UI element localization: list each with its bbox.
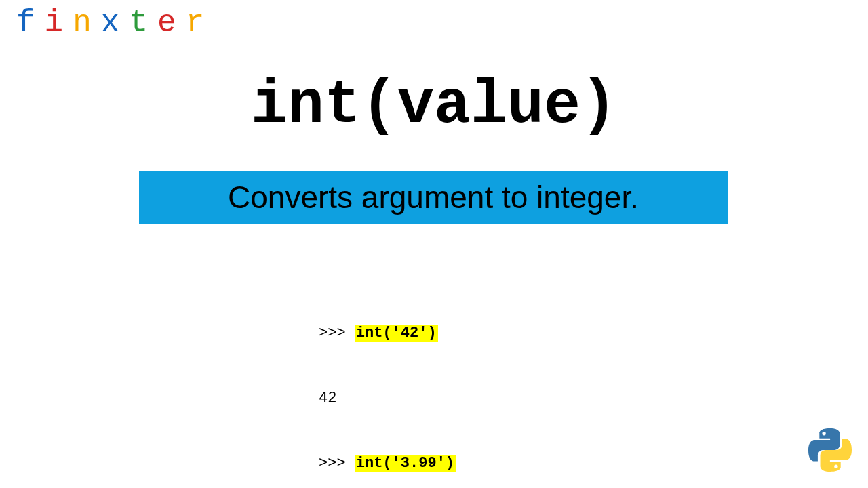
code-call: int('42') xyxy=(355,325,438,342)
description-bar: Converts argument to integer. xyxy=(139,171,728,224)
logo-letter: t xyxy=(129,5,157,41)
code-call: int('3.99') xyxy=(355,455,456,472)
logo-letter: x xyxy=(101,5,130,41)
page-title: int(value) xyxy=(0,71,868,140)
prompt: >>> xyxy=(319,325,355,342)
logo-letter: e xyxy=(157,5,186,41)
description-text: Converts argument to integer. xyxy=(228,179,639,216)
logo-letter: r xyxy=(186,5,214,41)
code-line: >>> int('42') xyxy=(319,323,518,344)
logo-letter: f xyxy=(16,5,45,41)
logo-letter: n xyxy=(73,5,101,41)
code-example: >>> int('42') 42 >>> int('3.99') 3 >>> i… xyxy=(319,279,518,488)
prompt: >>> xyxy=(319,455,355,472)
finxter-logo: finxter xyxy=(16,5,214,41)
logo-letter: i xyxy=(45,5,73,41)
code-output: 42 xyxy=(319,388,518,409)
code-line: >>> int('3.99') xyxy=(319,453,518,474)
python-logo-icon xyxy=(808,428,852,472)
